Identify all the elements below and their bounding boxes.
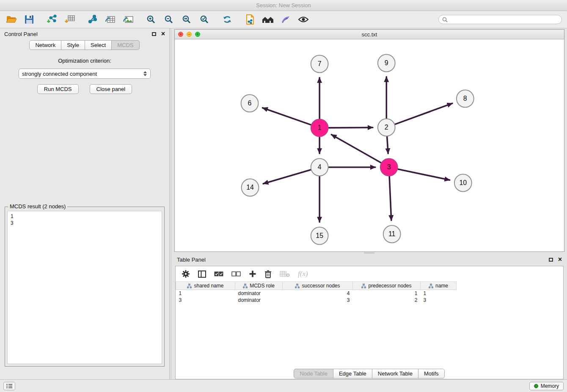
- import-network-button[interactable]: [46, 13, 58, 26]
- graph-edge-2-3[interactable]: [387, 136, 388, 153]
- table-tab-edge-table[interactable]: Edge Table: [333, 369, 372, 378]
- node-table[interactable]: shared nameMCDS rolesuccessor nodesprede…: [176, 282, 563, 366]
- refresh-layout-button[interactable]: [221, 13, 234, 26]
- function-builder-button[interactable]: f(x): [298, 268, 308, 279]
- table-row[interactable]: 3dominator323: [176, 297, 457, 304]
- mcds-result-line: 3: [11, 220, 159, 226]
- minimize-window-button[interactable]: −: [187, 32, 192, 37]
- paint-style-button[interactable]: [279, 13, 292, 26]
- table-tab-network-table[interactable]: Network Table: [372, 369, 418, 378]
- tab-style[interactable]: Style: [61, 40, 85, 50]
- graph-node-10[interactable]: 10: [454, 174, 472, 192]
- zoom-fit-button[interactable]: [180, 13, 193, 26]
- table-cell[interactable]: 2: [353, 297, 421, 304]
- graph-node-8[interactable]: 8: [457, 90, 474, 108]
- svg-text:7: 7: [318, 60, 322, 67]
- graph-node-15[interactable]: 15: [311, 227, 328, 245]
- graph-node-6[interactable]: 6: [241, 95, 259, 112]
- first-neighbors-button[interactable]: [261, 13, 274, 26]
- table-cell[interactable]: 3: [421, 297, 457, 304]
- float-panel-button[interactable]: [152, 32, 156, 36]
- close-panel-button[interactable]: ×: [161, 31, 165, 37]
- table-row[interactable]: 1dominator411: [176, 290, 457, 297]
- table-settings-button[interactable]: [182, 268, 190, 279]
- column-header-name[interactable]: name: [421, 282, 457, 290]
- graph-edge-1-6[interactable]: [263, 108, 311, 125]
- mcds-result-list[interactable]: 13: [7, 211, 162, 364]
- svg-text:10: 10: [459, 179, 467, 186]
- tab-network[interactable]: Network: [29, 40, 61, 50]
- column-header-shared-name[interactable]: shared name: [176, 282, 235, 290]
- delete-row-button[interactable]: [264, 268, 272, 279]
- select-all-icon: [214, 271, 223, 276]
- graph-node-1[interactable]: 1: [311, 119, 328, 137]
- graph-edge-2-8[interactable]: [395, 103, 452, 124]
- table-cell[interactable]: dominator: [235, 290, 283, 297]
- zoom-selected-icon: [200, 15, 209, 24]
- close-table-panel-button[interactable]: ×: [558, 257, 562, 262]
- share-network-button[interactable]: [86, 13, 99, 26]
- refresh-layout-icon: [222, 15, 232, 24]
- close-panel-button-2[interactable]: Close panel: [90, 84, 132, 94]
- table-cell[interactable]: 1: [353, 290, 421, 297]
- run-mcds-button[interactable]: Run MCDS: [37, 84, 79, 94]
- table-cell[interactable]: 4: [283, 290, 353, 297]
- network-window-titlebar[interactable]: scc.txt × − +: [175, 30, 564, 39]
- deselect-all-button[interactable]: [231, 268, 241, 279]
- import-table-button[interactable]: [63, 13, 76, 26]
- search-box[interactable]: [438, 15, 562, 24]
- task-history-button[interactable]: [3, 382, 15, 390]
- tab-mcds[interactable]: MCDS: [111, 40, 139, 50]
- save-session-button[interactable]: [23, 13, 36, 26]
- graph-node-14[interactable]: 14: [242, 179, 259, 196]
- graph-node-4[interactable]: 4: [311, 159, 328, 176]
- float-table-panel-button[interactable]: [549, 258, 553, 262]
- graph-edge-3-10[interactable]: [398, 169, 449, 180]
- table-cell[interactable]: 3: [176, 297, 235, 304]
- export-table-button[interactable]: [104, 13, 117, 26]
- graph-node-11[interactable]: 11: [383, 226, 401, 243]
- graph-edge-3-11[interactable]: [389, 176, 391, 220]
- copy-network-style-button[interactable]: [244, 13, 256, 26]
- export-image-button[interactable]: [122, 13, 135, 26]
- graph-node-7[interactable]: 7: [311, 55, 328, 73]
- close-window-button[interactable]: ×: [178, 32, 183, 37]
- window-titlebar[interactable]: Session: New Session: [0, 0, 567, 11]
- table-cell[interactable]: 1: [421, 290, 457, 297]
- graph-edge-4-14[interactable]: [263, 170, 311, 184]
- table-tab-node-table[interactable]: Node Table: [294, 369, 333, 378]
- select-all-button[interactable]: [214, 268, 223, 279]
- optimization-criterion-label: Optimization criterion:: [58, 58, 111, 64]
- column-header-successor-nodes[interactable]: successor nodes: [283, 282, 353, 290]
- search-input[interactable]: [450, 17, 558, 22]
- column-header-predecessor-nodes[interactable]: predecessor nodes: [353, 282, 421, 290]
- hierarchy-icon: [361, 284, 366, 288]
- delete-table-button[interactable]: [280, 268, 290, 279]
- table-cell[interactable]: 1: [176, 290, 235, 297]
- zoom-selected-button[interactable]: [198, 13, 211, 26]
- open-folder-button[interactable]: [5, 13, 18, 26]
- svg-text:15: 15: [316, 232, 323, 239]
- graph-edge-3-1[interactable]: [331, 135, 381, 163]
- zoom-out-button[interactable]: [162, 13, 175, 26]
- table-toolbar: f(x): [176, 266, 563, 282]
- network-canvas[interactable]: 7968124314101511: [175, 39, 564, 251]
- graph-node-3[interactable]: 3: [380, 159, 398, 176]
- add-row-button[interactable]: [249, 268, 256, 279]
- show-hide-button[interactable]: [297, 13, 310, 26]
- table-cell[interactable]: dominator: [235, 297, 283, 304]
- column-visibility-button[interactable]: [198, 268, 206, 279]
- graph-edge-1-2[interactable]: [329, 127, 373, 128]
- table-tab-motifs[interactable]: Motifs: [418, 369, 445, 378]
- zoom-in-button[interactable]: [145, 13, 157, 26]
- app-window: Session: New Session: [0, 0, 567, 392]
- table-cell[interactable]: 3: [283, 297, 353, 304]
- memory-button[interactable]: Memory: [529, 382, 564, 390]
- optimization-criterion-select[interactable]: strongly connected component: [19, 69, 151, 79]
- graph-node-9[interactable]: 9: [378, 55, 395, 72]
- network-graph[interactable]: 7968124314101511: [175, 39, 564, 251]
- column-header-mcds-role[interactable]: MCDS role: [235, 282, 283, 290]
- zoom-window-button[interactable]: +: [195, 32, 200, 37]
- graph-node-2[interactable]: 2: [378, 119, 395, 136]
- tab-select[interactable]: Select: [85, 40, 112, 50]
